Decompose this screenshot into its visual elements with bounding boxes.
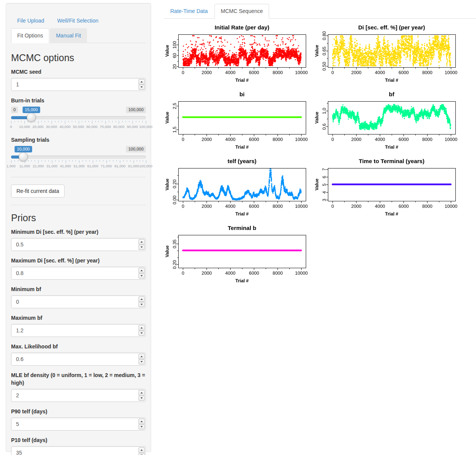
- mcmc-seed-input[interactable]: [11, 78, 139, 91]
- terminal-b-trace-plot: [164, 222, 314, 289]
- spin-down-icon: [140, 86, 143, 88]
- main-tabset: Rate-Time Data MCMC Sequence: [164, 4, 476, 19]
- spin-down-button[interactable]: [139, 302, 145, 308]
- minimum-di-input[interactable]: [11, 238, 139, 251]
- maximum-bf-input-wrap: [11, 324, 146, 337]
- spin-up-icon: [140, 270, 143, 271]
- slider-value-badge: 15,000: [23, 107, 40, 113]
- burn-in-slider[interactable]: 0100,00015,000010,00020,00030,00040,0005…: [11, 107, 146, 130]
- mcmc-trace-charts: [164, 19, 476, 289]
- spin-up-icon: [140, 356, 143, 357]
- minimum-di-group: Minimum Di [sec. eff. %] (per year): [11, 228, 146, 251]
- slider-grid: 1,00011,00021,00031,00041,00051,00061,00…: [11, 160, 146, 169]
- mle-bf-density-label: MLE bf density (0 = uniform, 1 = low, 2 …: [11, 371, 146, 387]
- number-spinner[interactable]: [139, 268, 145, 279]
- number-spinner[interactable]: [139, 390, 145, 401]
- chart-cell-bf: [314, 89, 463, 155]
- sampling-group: Sampling trials 100,00010,0001,00011,000…: [11, 136, 146, 170]
- spin-down-button[interactable]: [139, 424, 145, 430]
- maximum-di-input[interactable]: [11, 267, 139, 279]
- tab-mcmc-sequence[interactable]: MCMC Sequence: [215, 4, 269, 19]
- number-spinner[interactable]: [139, 79, 145, 90]
- chart-cell-time-to-terminal: [314, 155, 463, 222]
- slider-handle[interactable]: [27, 113, 36, 122]
- spin-up-icon: [140, 298, 143, 300]
- spin-up-button[interactable]: [139, 296, 145, 302]
- spin-down-button[interactable]: [139, 245, 145, 250]
- spin-down-icon: [140, 361, 143, 363]
- slider-track: [11, 155, 146, 159]
- spin-up-button[interactable]: [139, 325, 145, 330]
- spin-down-icon: [140, 304, 143, 305]
- max-likelihood-bf-group: Max. Likelihood bf: [11, 343, 146, 366]
- max-likelihood-bf-input[interactable]: [11, 353, 139, 365]
- slider-min-badge: 0: [11, 107, 18, 113]
- tab-manual-fit[interactable]: Manual Fit: [50, 28, 87, 43]
- p90-telf-input[interactable]: [11, 418, 139, 430]
- tab-rate-time-data[interactable]: Rate-Time Data: [164, 4, 214, 19]
- priors-heading: Priors: [11, 212, 146, 223]
- p90-telf-input-wrap: [11, 418, 146, 431]
- mcmc-seed-label: MCMC seed: [11, 68, 146, 76]
- minimum-bf-input[interactable]: [11, 296, 139, 308]
- spin-up-icon: [140, 449, 143, 451]
- number-spinner[interactable]: [139, 325, 145, 336]
- number-spinner[interactable]: [139, 296, 145, 307]
- bf-trace-plot: [314, 89, 463, 155]
- maximum-bf-input[interactable]: [11, 324, 139, 337]
- spin-down-button[interactable]: [139, 274, 145, 279]
- main-panel: Rate-Time Data MCMC Sequence: [160, 0, 476, 289]
- number-spinner[interactable]: [139, 447, 145, 455]
- spin-up-button[interactable]: [139, 354, 145, 359]
- refit-button[interactable]: Re-fit current data: [11, 185, 65, 198]
- spin-up-button[interactable]: [139, 447, 145, 453]
- spin-down-button[interactable]: [139, 396, 145, 401]
- spin-up-button[interactable]: [139, 390, 145, 395]
- spin-up-button[interactable]: [139, 268, 145, 273]
- spin-down-button[interactable]: [139, 331, 145, 336]
- minimum-di-input-wrap: [11, 238, 146, 251]
- chart-cell-bi: [164, 89, 314, 155]
- p90-telf-group: P90 telf (days): [11, 408, 146, 431]
- maximum-di-label: Maximum Di [sec. eff. %] (per year): [11, 257, 146, 264]
- spin-up-button[interactable]: [139, 239, 145, 245]
- mle-bf-density-input-wrap: [11, 389, 146, 402]
- spin-down-icon: [140, 246, 143, 248]
- telf-trace-plot: [164, 155, 314, 222]
- spin-up-icon: [140, 421, 143, 422]
- mcmc-seed-group: MCMC seed: [11, 68, 146, 91]
- number-spinner[interactable]: [139, 419, 145, 429]
- spin-up-button[interactable]: [139, 79, 145, 84]
- spin-down-button[interactable]: [139, 453, 145, 455]
- burn-in-label: Burn-in trials: [11, 97, 146, 104]
- spin-down-icon: [140, 426, 143, 427]
- chart-cell-di: [314, 22, 463, 89]
- sampling-label: Sampling trials: [11, 136, 146, 144]
- tab-file-upload[interactable]: File Upload: [11, 13, 50, 28]
- mle-bf-density-input[interactable]: [11, 389, 139, 402]
- p10-telf-input-wrap: [11, 446, 146, 455]
- tab-well-fit-selection[interactable]: Well/Fit Selection: [51, 13, 105, 28]
- minimum-di-label: Minimum Di [sec. eff. %] (per year): [11, 228, 146, 236]
- sampling-slider[interactable]: 100,00010,0001,00011,00021,00031,00041,0…: [11, 146, 146, 170]
- p10-telf-input[interactable]: [11, 447, 139, 455]
- spin-down-button[interactable]: [139, 85, 145, 90]
- tab-fit-options[interactable]: Fit Options: [11, 28, 49, 43]
- p10-telf-group: P10 telf (days): [11, 436, 146, 455]
- minimum-bf-label: Minimum bf: [11, 285, 146, 293]
- mcmc-options-heading: MCMC options: [11, 52, 146, 63]
- spin-down-button[interactable]: [139, 359, 145, 365]
- number-spinner[interactable]: [139, 239, 145, 250]
- spin-up-icon: [140, 327, 143, 329]
- divider: [11, 177, 146, 177]
- maximum-di-input-wrap: [11, 267, 146, 280]
- p90-telf-label: P90 telf (days): [11, 408, 146, 415]
- minimum-bf-input-wrap: [11, 295, 146, 308]
- slider-handle[interactable]: [19, 152, 28, 161]
- slider-max-badge: 100,000: [126, 146, 146, 152]
- spin-up-button[interactable]: [139, 419, 145, 424]
- mle-bf-density-group: MLE bf density (0 = uniform, 1 = low, 2 …: [11, 371, 146, 402]
- number-spinner[interactable]: [139, 354, 145, 364]
- maximum-bf-group: Maximum bf: [11, 314, 146, 337]
- time-to-terminal-trace-plot: [314, 155, 463, 222]
